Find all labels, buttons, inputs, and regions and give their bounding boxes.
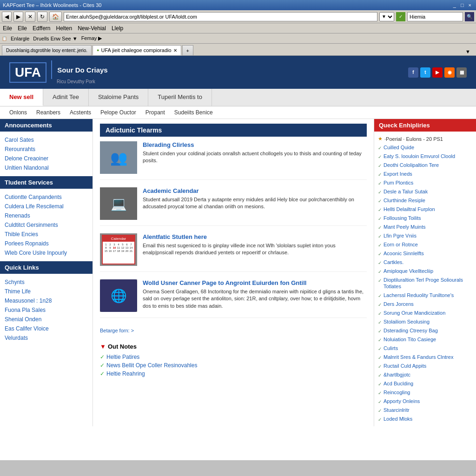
tab-new[interactable]: + (182, 45, 193, 55)
rss-icon[interactable]: ◉ (444, 67, 455, 78)
right-link-12[interactable]: ✓Acoonic Sinnlelfts (378, 249, 472, 258)
out-notes-item-0[interactable]: ✓ Heltie Patires (100, 353, 367, 361)
sec-nav-4[interactable]: Propant (145, 109, 165, 116)
nav-tab-0[interactable]: New sell (0, 89, 43, 106)
service-link-1[interactable]: Culdera Life Rescilemal (5, 202, 88, 211)
service-link-0[interactable]: Cutiontte Canpandents (5, 192, 88, 202)
quick-link-4[interactable]: Shenial Onden (5, 315, 88, 324)
quick-link-1[interactable]: Thime Life (5, 287, 88, 296)
right-link-5[interactable]: ✓Desle a Talur Sutak (378, 187, 472, 196)
right-link-9[interactable]: ✓Mant Peely Muints (378, 223, 472, 231)
right-link-26[interactable]: ✓Acd Buclding (378, 379, 472, 388)
security-icon[interactable]: ✓ (396, 12, 405, 21)
maximize-btn[interactable]: □ (459, 2, 466, 8)
right-link-21[interactable]: ✓Noluiation Tito Casiege (378, 335, 472, 344)
sec-nav-3[interactable]: Pelope Ouctor (100, 109, 136, 116)
right-link-16[interactable]: ✓Lacherssl Reduolity Tuniltone's (378, 291, 472, 300)
address-bar[interactable] (64, 12, 377, 21)
service-link-3[interactable]: Culdtitct Gersinments (5, 220, 88, 230)
quick-link-6[interactable]: Velurdats (5, 333, 88, 343)
youtube-icon[interactable]: ▶ (432, 67, 443, 78)
service-link-2[interactable]: Renenads (5, 211, 88, 220)
right-link-24[interactable]: ✓Ructail Culd Appits (378, 362, 472, 370)
right-link-1[interactable]: ✓Eaty S. loouloin Emvurol Cloold (378, 152, 472, 161)
menu-edit[interactable]: Elle (18, 25, 27, 32)
right-link-28[interactable]: ✓Apporty Onleins (378, 397, 472, 406)
read-more-link[interactable]: Betarge forn: > (100, 328, 134, 333)
menu-help2[interactable]: Llelp (112, 25, 123, 32)
right-link-29[interactable]: ✓Stuarcinlritr (378, 406, 472, 415)
bookmark-enlargle[interactable]: Enlargle (11, 36, 29, 41)
right-link-3[interactable]: ✓Export Ineds (378, 170, 472, 178)
right-link-30[interactable]: ✓Loded Mloks (378, 415, 472, 423)
home-button[interactable]: 🏠 (49, 12, 62, 22)
search-input[interactable] (407, 12, 463, 21)
nav-tab-2[interactable]: Staloime Pants (89, 89, 148, 106)
menu-help[interactable]: Helten (56, 25, 73, 32)
right-link-19[interactable]: ✓Stolailiom Seolusing (378, 317, 472, 326)
sec-nav-5[interactable]: Sudeiits Benice (174, 109, 213, 116)
announce-link-1[interactable]: Rerounrahts (5, 145, 88, 154)
out-notes-item-2[interactable]: ✓ Heltie Reahring (100, 370, 367, 378)
menu-view[interactable]: Edffern (33, 25, 50, 32)
menu-file[interactable]: Eile (3, 25, 12, 32)
tab-options[interactable]: ▼ (462, 48, 474, 55)
right-link-20[interactable]: ✓Dsterading Ctreesy Bag (378, 326, 472, 335)
tab-0[interactable]: Duoshlanig.dsgrotihle looy entent:.jerio… (2, 45, 92, 55)
service-link-5[interactable]: Porlees Ropnaids (5, 239, 88, 248)
right-link-13[interactable]: ✓Cartkles. (378, 258, 472, 267)
back-button[interactable]: ◀ (2, 12, 12, 22)
quick-link-5[interactable]: Eas Callfer Vloice (5, 324, 88, 333)
right-link-14[interactable]: ✓Amiploque Vkelltecliip (378, 267, 472, 276)
quick-link-3[interactable]: Fuona Pla Sales (5, 305, 88, 315)
right-link-0[interactable]: ✓Cuilled Quide (378, 143, 472, 152)
minimize-btn[interactable]: _ (451, 2, 458, 8)
forward-button[interactable]: ▶ (13, 12, 23, 22)
quick-link-0[interactable]: Schynts (5, 278, 88, 287)
right-link-2[interactable]: ✓Deothi Cololipaltion Tere (378, 161, 472, 170)
right-link-10[interactable]: ✓Lfin Pgre Vniis (378, 231, 472, 240)
announce-link-0[interactable]: Carol Sates (5, 135, 88, 145)
right-link-17[interactable]: ✓Ders Jorcens (378, 300, 472, 309)
bookmark-femay[interactable]: Femay ▶ (81, 35, 102, 41)
nav-tab-1[interactable]: Adinit Tee (43, 89, 89, 106)
right-link-23[interactable]: ✓Malnrit Sres & Fandurs Clntrex (378, 353, 472, 362)
bookmark-druells[interactable]: Druells Enw See ▼ (33, 36, 77, 41)
right-link-8[interactable]: ✓Follousing Toilits (378, 214, 472, 223)
tab-1[interactable]: ● UFA jieit chalegoe compioradio ✕ (93, 45, 181, 55)
right-link-11[interactable]: ✓Eorn or Rotnce (378, 240, 472, 249)
right-link-25[interactable]: ✓&hartlbgjotc (378, 370, 472, 379)
right-link-18[interactable]: ✓Sorung Orue Mandicization (378, 309, 472, 317)
right-link-6[interactable]: ✓Clurthinde Resiple (378, 196, 472, 205)
announce-link-3[interactable]: Unltien Nlandonal (5, 163, 88, 172)
service-link-6[interactable]: Wleb Core Uslre Inpourly (5, 248, 88, 258)
right-link-7[interactable]: ✓Hellti Delailtral Furplon (378, 205, 472, 214)
window-controls[interactable]: _ □ × (451, 2, 473, 8)
right-link-22[interactable]: ✓Culirts (378, 344, 472, 353)
sec-nav-1[interactable]: Reanbers (36, 109, 60, 116)
right-link-27[interactable]: ✓Reincogling (378, 388, 472, 397)
nav-tab-3[interactable]: Tuperil Mentis to (148, 89, 212, 106)
facebook-icon[interactable]: f (408, 67, 418, 78)
menu-new-vehial[interactable]: New-Vehial (78, 25, 106, 32)
refresh-button[interactable]: ↻ (37, 12, 47, 22)
twitter-icon[interactable]: t (420, 67, 430, 78)
news-title-2[interactable]: Alentfatic Stutlen here (143, 233, 367, 240)
sec-nav-2[interactable]: Acstents (70, 109, 91, 116)
news-title-3[interactable]: Wolld Usner Canner Page to Angroint Euiu… (143, 279, 367, 286)
sec-nav-0[interactable]: Onlons (9, 109, 27, 116)
out-notes-item-1[interactable]: ✓ News Bellit Ope Coller Resinovahles (100, 361, 367, 370)
announce-link-2[interactable]: Delone Creaoiner (5, 154, 88, 163)
news-thumb-2: Calendar 1234567 891011121314 1516171819… (100, 233, 137, 266)
tab-1-close[interactable]: ✕ (173, 48, 177, 53)
news-title-0[interactable]: Blerading Clirless (143, 141, 367, 148)
news-title-1[interactable]: Academic Calendar (143, 187, 367, 194)
stop-button[interactable]: ✕ (25, 12, 35, 22)
right-link-4[interactable]: ✓Pum Plontics (378, 178, 472, 187)
quick-link-2[interactable]: Measusonel : 1n28 (5, 296, 88, 305)
right-link-15[interactable]: ✓Dioptiluraltion Terl Proge Soliourals T… (378, 276, 472, 291)
address-dropdown[interactable]: ▼ (379, 12, 394, 21)
service-link-4[interactable]: Thible Encies (5, 230, 88, 239)
grid-icon[interactable]: ▦ (456, 67, 467, 78)
close-btn[interactable]: × (467, 2, 473, 8)
